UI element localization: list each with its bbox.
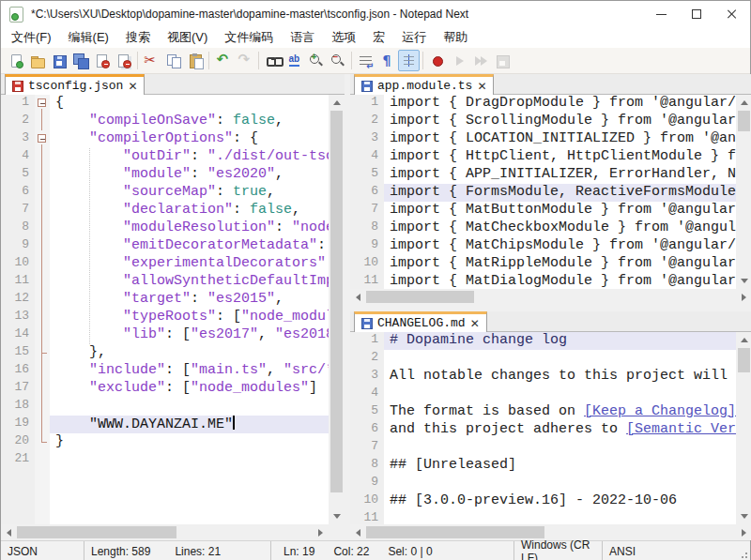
- code-line-9[interactable]: 9import { MatChipsModule } from '@angula…: [350, 237, 736, 255]
- code-line-6[interactable]: 6and this project adheres to [Semantic V…: [350, 421, 736, 439]
- code-line-1[interactable]: 1import { DragDropModule } from '@angula…: [350, 95, 736, 113]
- code-line-7[interactable]: 7: [350, 439, 736, 457]
- word-wrap-button[interactable]: [355, 50, 376, 71]
- code-line-4[interactable]: 4import { HttpClient, HttpClientModule }…: [350, 148, 736, 166]
- menu-item-encoding[interactable]: 文件编码: [216, 27, 282, 48]
- code-line-11[interactable]: 11 "allowSyntheticDefaultImports": true,: [1, 273, 329, 291]
- code-line-18[interactable]: 18: [1, 398, 329, 416]
- scroll-thumb[interactable]: [738, 111, 750, 131]
- code-line-4[interactable]: 4 "outDir": "./dist/out-tsc",: [1, 148, 329, 166]
- zoom-in-button[interactable]: [305, 50, 327, 71]
- show-all-characters-button[interactable]: [376, 50, 398, 71]
- code-line-11[interactable]: 11import { MatDialogModule } from '@angu…: [350, 273, 736, 289]
- scroll-thumb[interactable]: [738, 348, 750, 372]
- zoom-out-button[interactable]: [327, 50, 348, 71]
- menu-item-help[interactable]: 帮助: [435, 27, 476, 48]
- code-line-6[interactable]: 6 "sourceMap": true,: [1, 184, 329, 202]
- left-vertical-scrollbar[interactable]: [329, 95, 345, 524]
- code-line-3[interactable]: 3import { LOCATION_INITIALIZED } from '@…: [350, 130, 736, 148]
- app-module-editor[interactable]: 1import { DragDropModule } from '@angula…: [350, 95, 751, 289]
- record-macro-button[interactable]: [426, 50, 448, 71]
- code-line-7[interactable]: 7 "declaration": false,: [1, 202, 329, 219]
- menu-item-file[interactable]: 文件(F): [3, 27, 60, 48]
- top-right-vertical-scrollbar[interactable]: [736, 95, 751, 289]
- scroll-right-arrow[interactable]: [313, 524, 329, 540]
- close-button[interactable]: [714, 1, 750, 27]
- close-button[interactable]: [91, 50, 113, 71]
- scroll-left-arrow[interactable]: [350, 289, 366, 305]
- scroll-down-arrow[interactable]: [736, 508, 751, 524]
- code-line-17[interactable]: 17 "exclude": ["node_modules"]: [1, 380, 329, 398]
- menu-item-view[interactable]: 视图(V): [159, 27, 216, 48]
- open-file-button[interactable]: [26, 50, 48, 71]
- save-button[interactable]: [48, 50, 69, 71]
- fold-toggle-icon[interactable]: [35, 95, 50, 113]
- tab-app-module-ts[interactable]: app.module.ts ✕: [354, 74, 494, 95]
- scroll-up-arrow[interactable]: [736, 332, 751, 348]
- tab-close-icon[interactable]: ✕: [477, 81, 486, 92]
- scroll-thumb[interactable]: [366, 526, 544, 538]
- scroll-thumb[interactable]: [366, 291, 474, 303]
- maximize-button[interactable]: [679, 1, 714, 27]
- code-line-11[interactable]: 11: [350, 510, 736, 524]
- resize-grip[interactable]: [737, 541, 750, 560]
- code-line-10[interactable]: 10 "experimentalDecorators": true,: [1, 255, 329, 273]
- scroll-up-arrow[interactable]: [329, 95, 345, 111]
- code-line-2[interactable]: 2 "compileOnSave": false,: [1, 113, 329, 130]
- code-line-10[interactable]: 10import { MatRippleModule } from '@angu…: [350, 255, 736, 273]
- code-line-19[interactable]: 19 "WWW.DAYANZAI.ME": [1, 416, 329, 433]
- code-line-7[interactable]: 7import { MatButtonModule } from '@angul…: [350, 202, 736, 219]
- scroll-left-arrow[interactable]: [1, 524, 17, 540]
- undo-button[interactable]: [212, 50, 234, 71]
- replace-button[interactable]: [284, 50, 305, 71]
- tab-close-icon[interactable]: ✕: [470, 318, 480, 329]
- tab-changelog-md[interactable]: CHANGELOG.md ✕: [354, 311, 487, 332]
- code-line-8[interactable]: 8 "moduleResolution": "node",: [1, 219, 329, 237]
- scroll-thumb[interactable]: [330, 111, 343, 492]
- close-all-button[interactable]: [113, 50, 134, 71]
- scroll-left-arrow[interactable]: [350, 524, 366, 540]
- code-line-8[interactable]: 8## [Unreleased]: [350, 457, 736, 475]
- code-line-15[interactable]: 15 },: [1, 344, 329, 362]
- scroll-right-arrow[interactable]: [736, 524, 751, 540]
- code-line-4[interactable]: 4: [350, 386, 736, 403]
- changelog-editor[interactable]: 1# Dopamine change log23All notable chan…: [350, 332, 751, 524]
- code-line-3[interactable]: 3 "compilerOptions": {: [1, 130, 329, 148]
- code-line-9[interactable]: 9 "emitDecoratorMetadata": false,: [1, 237, 329, 255]
- code-line-10[interactable]: 10## [3.0.0-preview.16] - 2022-10-06: [350, 492, 736, 510]
- menu-item-edit[interactable]: 编辑(E): [60, 27, 117, 48]
- code-line-14[interactable]: 14 "lib": ["es2017", "es2018"]: [1, 326, 329, 344]
- cut-button[interactable]: [141, 50, 162, 71]
- menu-item-search[interactable]: 搜索: [117, 27, 159, 48]
- menu-item-macro[interactable]: 宏: [364, 27, 393, 48]
- paste-button[interactable]: [184, 50, 206, 71]
- minimize-button[interactable]: [643, 1, 679, 27]
- copy-button[interactable]: [162, 50, 184, 71]
- fold-toggle-icon[interactable]: [35, 130, 50, 148]
- code-line-12[interactable]: 12 "target": "es2015",: [1, 291, 329, 309]
- code-line-1[interactable]: 1{: [1, 95, 329, 113]
- menu-item-options[interactable]: 选项: [323, 27, 364, 48]
- bottom-right-vertical-scrollbar[interactable]: [736, 332, 751, 524]
- code-line-3[interactable]: 3All notable changes to this project wil…: [350, 368, 736, 386]
- horizontal-splitter[interactable]: [350, 305, 751, 311]
- code-line-1[interactable]: 1# Dopamine change log: [350, 332, 736, 350]
- code-line-9[interactable]: 9: [350, 475, 736, 492]
- code-line-13[interactable]: 13 "typeRoots": ["node_modules/@types"],: [1, 309, 329, 326]
- code-line-21[interactable]: 21: [1, 451, 329, 469]
- left-horizontal-scrollbar[interactable]: [1, 524, 329, 540]
- code-line-16[interactable]: 16 "include": ["main.ts", "src/**/*.d.ts…: [1, 362, 329, 380]
- tsconfig-editor[interactable]: 1{2 "compileOnSave": false,3 "compilerOp…: [1, 95, 345, 524]
- code-line-2[interactable]: 2: [350, 350, 736, 368]
- code-line-5[interactable]: 5 "module": "es2020",: [1, 166, 329, 184]
- menu-item-language[interactable]: 语言: [282, 27, 323, 48]
- scroll-up-arrow[interactable]: [736, 95, 751, 111]
- scroll-right-arrow[interactable]: [736, 289, 751, 305]
- scroll-thumb[interactable]: [17, 526, 176, 538]
- top-right-horizontal-scrollbar[interactable]: [350, 289, 751, 305]
- tab-close-icon[interactable]: ✕: [128, 81, 137, 92]
- code-line-6[interactable]: 6import { FormsModule, ReactiveFormsModu…: [350, 184, 736, 202]
- code-line-5[interactable]: 5import { APP_INITIALIZER, ErrorHandler,…: [350, 166, 736, 184]
- scroll-down-arrow[interactable]: [329, 508, 345, 524]
- save-all-button[interactable]: [69, 50, 91, 71]
